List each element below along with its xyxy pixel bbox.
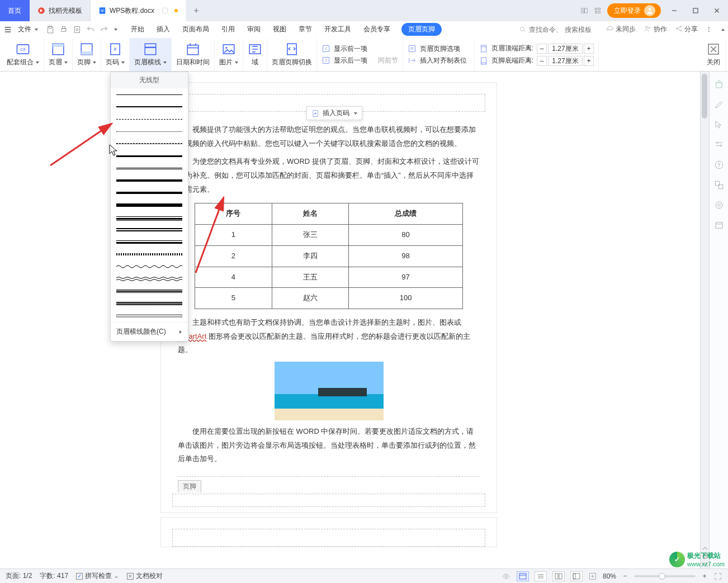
vertical-scrollbar[interactable]	[700, 72, 709, 568]
top-distance-value[interactable]: 1.27厘米	[548, 44, 583, 54]
hamburger-icon[interactable]	[3, 25, 12, 34]
menu-dev[interactable]: 开发工具	[323, 22, 352, 36]
view-web-button[interactable]	[570, 571, 583, 581]
tab-menu-icon[interactable]	[161, 7, 169, 15]
ribbon-combo[interactable]: C# 配套组合	[2, 38, 44, 71]
ribbon-hf-switch[interactable]: 页眉页脚切换	[267, 38, 317, 71]
ribbon-header[interactable]: 页眉	[44, 38, 73, 71]
line-style-option[interactable]	[111, 162, 188, 174]
coop-button[interactable]: 协作	[644, 25, 666, 34]
decrement-button[interactable]: –	[537, 56, 547, 66]
ribbon-pagenum[interactable]: # 页码	[101, 38, 130, 71]
side-pen-icon[interactable]	[714, 99, 724, 110]
insert-pagenum-popup[interactable]: # 插入页码	[306, 106, 362, 120]
status-page[interactable]: 页面: 1/2	[6, 571, 32, 581]
line-style-option[interactable]	[111, 88, 188, 101]
line-style-option[interactable]	[111, 273, 188, 285]
fullscreen-icon[interactable]	[713, 572, 722, 581]
tab-document[interactable]: W WPS教程.docx	[91, 0, 186, 21]
line-style-option[interactable]	[111, 150, 188, 162]
increment-button[interactable]: +	[584, 44, 594, 54]
login-button[interactable]: 立即登录	[607, 3, 661, 18]
save-icon[interactable]	[46, 25, 55, 34]
ribbon-hf-options[interactable]: 页眉页脚选项	[408, 44, 460, 54]
reading-layout-icon[interactable]: 1	[580, 7, 588, 15]
zoom-knob[interactable]	[659, 573, 665, 580]
bottom-distance-spinner[interactable]: – 1.27厘米 +	[537, 56, 594, 66]
side-select-icon[interactable]	[714, 120, 724, 130]
line-style-option[interactable]	[111, 101, 188, 113]
zoom-in-button[interactable]: ＋	[701, 571, 708, 581]
qat-more-icon[interactable]	[114, 29, 117, 31]
header-editing-area[interactable]	[172, 529, 485, 547]
zoom-settings-icon[interactable]	[588, 572, 597, 581]
zoom-slider[interactable]	[634, 575, 696, 577]
ribbon-insert-align[interactable]: 插入对齐制表位	[408, 56, 467, 65]
window-maximize-button[interactable]	[688, 3, 703, 18]
ribbon-footer[interactable]: 页脚	[73, 38, 101, 71]
side-settings-icon[interactable]	[714, 140, 724, 150]
view-read-button[interactable]	[552, 571, 565, 581]
collapse-ribbon-icon[interactable]	[721, 29, 725, 31]
ribbon-close[interactable]: 关闭	[702, 38, 726, 71]
increment-button[interactable]: +	[584, 56, 594, 66]
footer-label-tab[interactable]: 页脚	[178, 480, 480, 492]
dropdown-color-option[interactable]: 页眉横线颜色(C)	[111, 322, 188, 341]
menu-section[interactable]: 章节	[297, 22, 313, 36]
ribbon-picture[interactable]: 图片	[215, 38, 243, 71]
ribbon-show-prev[interactable]: 显示前一项	[322, 44, 367, 54]
line-style-option[interactable]	[111, 224, 188, 236]
command-search-input[interactable]	[529, 26, 562, 34]
line-style-option[interactable]	[111, 113, 188, 125]
decrement-button[interactable]: –	[537, 44, 547, 54]
side-cloud-icon[interactable]	[714, 200, 724, 210]
line-style-option[interactable]	[111, 260, 188, 273]
line-style-option[interactable]	[111, 187, 188, 199]
side-more-icon[interactable]	[714, 220, 724, 230]
line-style-option[interactable]	[111, 138, 188, 150]
window-close-button[interactable]	[709, 3, 725, 18]
window-minimize-button[interactable]	[666, 3, 682, 18]
view-page-button[interactable]	[517, 571, 529, 581]
status-proof[interactable]: 文档校对	[127, 571, 163, 581]
top-distance-spinner[interactable]: – 1.27厘米 +	[537, 44, 594, 54]
footer-editing-area[interactable]	[172, 494, 485, 507]
eye-icon[interactable]	[501, 572, 511, 580]
tab-add-button[interactable]	[186, 0, 206, 21]
sync-status[interactable]: 未同步	[606, 25, 636, 34]
tab-home[interactable]: 首页	[0, 0, 30, 21]
ribbon-show-next[interactable]: 显示后一项 同前节	[322, 56, 398, 65]
bottom-distance-value[interactable]: 1.27厘米	[548, 56, 583, 66]
side-translate-icon[interactable]	[714, 180, 724, 190]
ribbon-header-line[interactable]: 页眉横线	[130, 38, 172, 71]
document-area[interactable]: 无线型 页眉横线颜色(C)	[0, 72, 700, 568]
share-button[interactable]: 分享	[675, 25, 698, 34]
status-words[interactable]: 字数: 417	[40, 571, 68, 581]
zoom-out-button[interactable]: －	[622, 571, 628, 581]
line-style-option[interactable]	[111, 174, 188, 187]
side-help-icon[interactable]: ?	[714, 160, 724, 170]
preview-icon[interactable]	[73, 25, 82, 34]
command-search[interactable]	[519, 26, 598, 34]
menu-headerfooter[interactable]: 页眉页脚	[401, 23, 442, 36]
status-spellcheck[interactable]: 拼写检查 ⌄	[76, 571, 119, 581]
line-style-option[interactable]	[111, 236, 188, 248]
menu-ref[interactable]: 引用	[220, 22, 236, 36]
line-style-option[interactable]	[111, 125, 188, 138]
menu-insert[interactable]: 插入	[155, 22, 171, 36]
menu-view[interactable]: 视图	[272, 22, 287, 36]
zoom-value[interactable]: 80%	[603, 572, 616, 580]
menu-more[interactable]: ︙	[706, 26, 712, 34]
app-grid-icon[interactable]	[594, 7, 602, 15]
line-style-option[interactable]	[111, 211, 188, 224]
menu-layout[interactable]: 页面布局	[181, 22, 210, 36]
undo-icon[interactable]	[86, 25, 95, 34]
line-style-option[interactable]	[111, 310, 188, 322]
ribbon-datetime[interactable]: 日期和时间	[172, 38, 215, 71]
template-search-input[interactable]	[565, 26, 598, 34]
line-style-option[interactable]	[111, 199, 188, 211]
redo-icon[interactable]	[100, 25, 108, 34]
print-icon[interactable]	[59, 25, 68, 34]
tab-template[interactable]: 找稻壳模板	[30, 0, 91, 21]
menu-review[interactable]: 审阅	[246, 22, 262, 36]
